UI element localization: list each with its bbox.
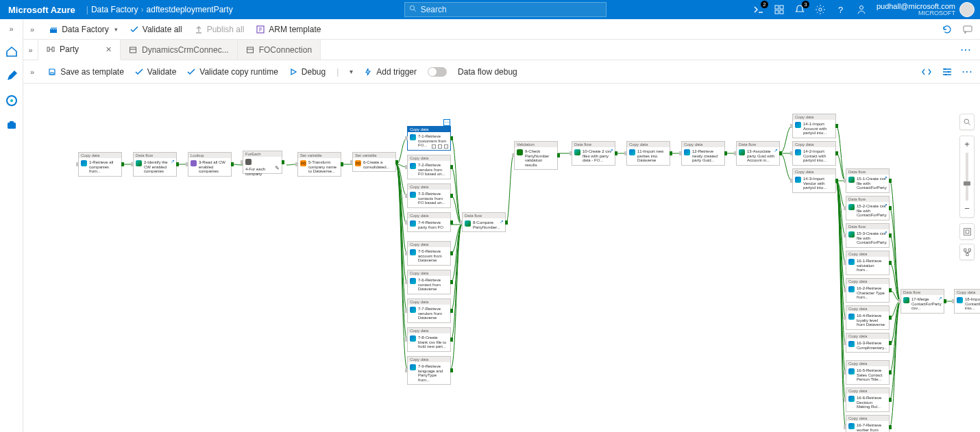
dataflow-debug-toggle[interactable] (428, 67, 447, 77)
input-port[interactable] (844, 341, 846, 345)
output-port[interactable] (341, 162, 343, 166)
activity-node[interactable]: Copy data16-4-Retrieve loyalty level fro… (846, 305, 890, 330)
breadcrumb-datafactory[interactable]: Data Factory (91, 5, 138, 14)
validate-copy-runtime-button[interactable]: Validate copy runtime (187, 67, 278, 77)
expand-icon[interactable]: ↗ (171, 159, 175, 164)
activity-node[interactable]: Data flow15-2-Create csv file with Conta… (846, 196, 890, 220)
activity-node[interactable]: Copy data14-1-Import Account with partyi… (792, 114, 836, 138)
input-port[interactable] (405, 309, 408, 313)
activity-node[interactable]: Copy data7-1-Retrieve customers from FO.… (407, 126, 451, 151)
activity-node[interactable]: Validation9-Check PartyNumber validation… (514, 141, 558, 170)
input-port[interactable] (844, 206, 846, 210)
output-port[interactable] (282, 160, 284, 164)
activity-node[interactable]: Set variable{x}6-Create a consolidated..… (352, 152, 396, 172)
output-port[interactable] (557, 153, 560, 157)
expand-icon[interactable]: ↗ (609, 148, 613, 153)
output-port[interactable] (889, 370, 892, 374)
input-port[interactable] (460, 220, 463, 225)
activity-node[interactable]: Copy data16-2-Retrieve Character Type fr… (846, 278, 890, 303)
activity-node[interactable]: Copy data7-3-Retrieve contacts from FO b… (407, 183, 451, 208)
rail-expand-icon[interactable]: » (9, 25, 13, 33)
expand-icon[interactable]: ↗ (883, 230, 887, 236)
input-port[interactable] (241, 160, 243, 164)
input-port[interactable] (405, 220, 408, 225)
zoom-in-button[interactable]: + (964, 139, 970, 150)
output-port[interactable] (615, 151, 617, 155)
toolbar-overflow[interactable]: ··· (962, 67, 973, 77)
activity-node[interactable]: Lookup3-Read all CW enabled companies (188, 152, 232, 177)
input-port[interactable] (844, 370, 846, 374)
output-port[interactable] (670, 151, 672, 155)
code-view-icon[interactable] (921, 66, 932, 77)
rail-monitor-icon[interactable] (5, 94, 18, 107)
data-factory-dropdown[interactable]: Data Factory ▾ (49, 25, 118, 34)
input-port[interactable] (952, 299, 955, 303)
output-port[interactable] (889, 206, 892, 210)
output-port[interactable] (450, 368, 453, 372)
input-port[interactable] (844, 398, 846, 402)
properties-icon[interactable] (942, 66, 953, 77)
input-port[interactable] (898, 299, 901, 303)
activity-node[interactable]: Copy data16-1-Retrieve salutation from..… (846, 251, 890, 275)
activity-node[interactable]: Copy data16-7-Retrieve worker from Datav… (846, 415, 890, 432)
expand-icon[interactable]: ↗ (938, 296, 942, 301)
activity-node[interactable]: Data flow10-Create 2 csv files with part… (572, 141, 615, 166)
publish-all-button[interactable]: Publish all (195, 25, 245, 34)
edit-icon[interactable]: ✎ (275, 165, 280, 171)
search-input[interactable] (421, 5, 606, 14)
settings-icon[interactable] (815, 4, 826, 15)
input-port[interactable] (844, 233, 846, 238)
help-icon[interactable]: ? (835, 4, 846, 15)
input-port[interactable] (790, 124, 793, 128)
input-port[interactable] (734, 151, 737, 155)
validate-button[interactable]: Validate (135, 67, 176, 77)
toolbar1-expand[interactable]: » (30, 25, 34, 34)
input-port[interactable] (131, 162, 134, 166)
output-port[interactable] (450, 194, 453, 198)
output-port[interactable] (889, 179, 892, 183)
expand-icon[interactable]: ↗ (774, 148, 778, 153)
rail-home-icon[interactable] (5, 45, 18, 58)
breadcrumb-resource[interactable]: adftestdeploymentParty (147, 5, 233, 14)
input-port[interactable] (405, 194, 408, 198)
canvas-autolayout-button[interactable] (959, 244, 975, 260)
output-port[interactable] (889, 233, 892, 238)
output-port[interactable] (835, 151, 838, 155)
zoom-out-button[interactable]: − (964, 203, 970, 214)
tab-dynamicscrm[interactable]: DynamicsCrmConnec... (121, 40, 238, 60)
canvas-fit-button[interactable] (959, 223, 975, 240)
node-menu-icon[interactable]: ⋯ (443, 119, 450, 126)
output-port[interactable] (889, 341, 892, 345)
cloud-shell-icon[interactable]: 2 (753, 4, 764, 15)
activity-node[interactable]: Data flow17-Merge ContactForParty csv...… (901, 289, 944, 314)
rail-author-icon[interactable] (5, 70, 18, 82)
output-port[interactable] (450, 280, 453, 284)
output-port[interactable] (889, 261, 892, 265)
activity-node[interactable]: Copy data7-7-Retrieve vendors from Datav… (407, 298, 451, 323)
input-port[interactable] (350, 160, 353, 164)
activity-node[interactable]: Set variable{x}5-Transform company name … (297, 152, 341, 177)
pipeline-canvas[interactable]: Copy data1-Retrieve all companies from..… (23, 84, 980, 432)
zoom-slider[interactable] (966, 153, 968, 201)
expand-icon[interactable]: ↗ (500, 219, 504, 225)
output-port[interactable] (889, 316, 892, 320)
activity-node[interactable]: Copy data7-6-Retrieve contact from Datav… (407, 270, 451, 294)
feedback-tool-icon[interactable] (962, 24, 973, 35)
input-port[interactable] (76, 162, 79, 166)
output-port[interactable] (231, 162, 234, 166)
input-port[interactable] (569, 151, 572, 155)
output-port[interactable] (176, 162, 179, 166)
expand-icon[interactable]: ↗ (883, 175, 887, 181)
output-port[interactable] (121, 162, 124, 166)
activity-node[interactable]: Copy data7-2-Retrieve vendors from FO ba… (407, 155, 451, 179)
add-trigger-button[interactable]: Add trigger (364, 67, 417, 77)
output-port[interactable] (724, 151, 727, 155)
refresh-icon[interactable] (942, 24, 953, 35)
tab-foconnection[interactable]: FOConnection (238, 40, 321, 60)
input-port[interactable] (679, 151, 682, 155)
activity-node[interactable]: Copy data18-Import ContactForParty into.… (954, 289, 980, 314)
rail-manage-icon[interactable] (5, 119, 18, 131)
save-as-template-button[interactable]: Save as template (48, 67, 124, 77)
node-action-icon[interactable] (438, 144, 442, 149)
activity-node[interactable]: Data flow13-Associate party Guid with Ac… (736, 141, 780, 166)
